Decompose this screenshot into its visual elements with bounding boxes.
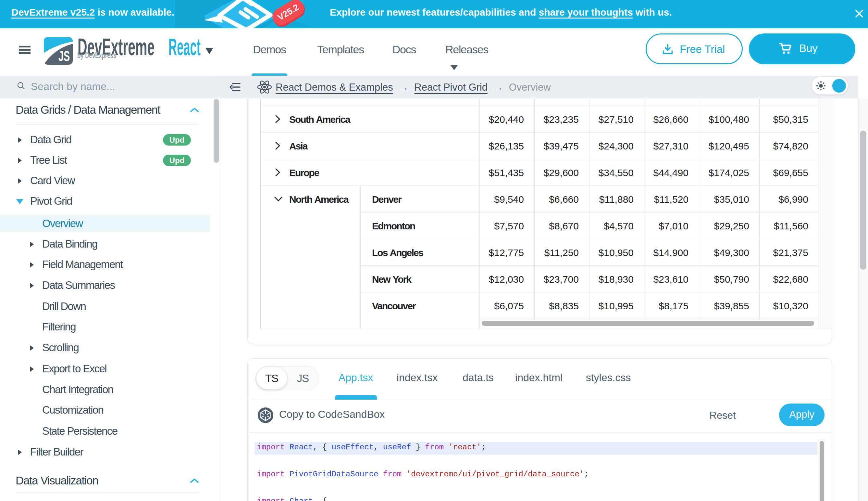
svg-text:JS: JS: [58, 48, 70, 64]
